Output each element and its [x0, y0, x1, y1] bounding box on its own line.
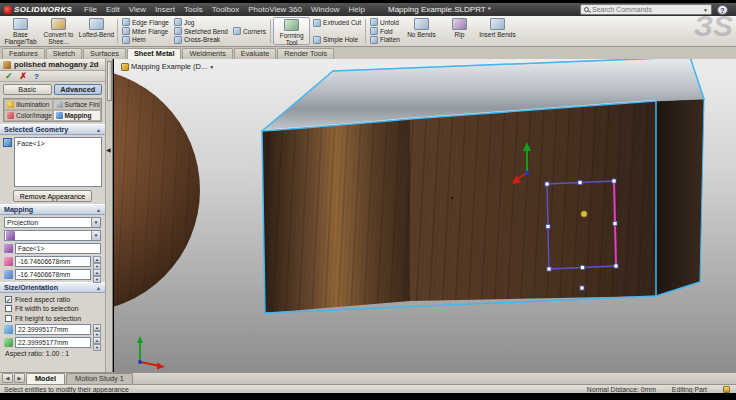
spin-down-icon[interactable]: ▼	[93, 276, 101, 283]
tab-surfaces[interactable]: Surfaces	[83, 48, 126, 59]
menu-help[interactable]: Help	[344, 5, 368, 14]
offset-x-spinner[interactable]: ▲ ▼	[93, 256, 101, 267]
mapping-reference-field[interactable]: Face<1>	[15, 243, 101, 254]
search-input[interactable]	[592, 6, 700, 13]
mapping-section-header[interactable]: Mapping ▲	[0, 204, 105, 215]
height-spinner[interactable]: ▲ ▼	[93, 337, 101, 348]
extruded-cut-button[interactable]: Extruded Cut	[311, 18, 363, 27]
fit-width-checkbox[interactable]	[5, 305, 12, 312]
ok-button[interactable]: ✓	[5, 72, 13, 81]
unfold-button[interactable]: Unfold	[368, 18, 402, 27]
fit-height-row[interactable]: Fit height to selection	[5, 315, 100, 322]
menu-toolbox[interactable]: Toolbox	[208, 5, 244, 14]
offset-y-field[interactable]: -16.74606678mm	[15, 269, 91, 280]
hem-button[interactable]: Hem	[120, 35, 171, 44]
convert-to-sheet-metal-button[interactable]: Convert to Shee...	[40, 17, 77, 45]
fixed-aspect-ratio-row[interactable]: ✓ Fixed aspect ratio	[5, 296, 100, 303]
graphics-viewport[interactable]	[114, 59, 736, 372]
tab-render-tools[interactable]: Render Tools	[277, 48, 334, 59]
tab-evaluate[interactable]: Evaluate	[234, 48, 276, 59]
sketched-bend-button[interactable]: Sketched Bend	[172, 27, 230, 36]
no-bends-button[interactable]: No Bends	[403, 17, 440, 45]
spin-up-icon[interactable]: ▲	[93, 256, 101, 263]
selected-geometry-header[interactable]: Selected Geometry ▲	[0, 124, 105, 135]
collapse-icon[interactable]: ▲	[96, 127, 101, 133]
box-right-face[interactable]	[656, 99, 704, 296]
tab-weldments[interactable]: Weldments	[182, 48, 232, 59]
base-flange-button[interactable]: Base Flange/Tab	[2, 17, 39, 45]
cancel-button[interactable]: ✗	[20, 72, 28, 81]
jog-button[interactable]: Jog	[172, 18, 230, 27]
pm-help-button[interactable]: ?	[34, 72, 39, 81]
remove-appearance-button[interactable]: Remove Appearance	[13, 190, 92, 202]
panel-flyout-handle[interactable]: ◀	[106, 146, 111, 153]
edge-flange-button[interactable]: Edge Flange	[120, 18, 171, 27]
spin-up-icon[interactable]: ▲	[93, 324, 101, 331]
selected-geometry-list[interactable]: Face<1>	[14, 137, 102, 187]
help-button[interactable]: ?	[717, 5, 728, 15]
projection-axis-combo[interactable]: ▼	[4, 230, 101, 241]
spin-down-icon[interactable]: ▼	[93, 344, 101, 351]
basic-mode-button[interactable]: Basic	[3, 84, 52, 95]
rip-button[interactable]: Rip	[441, 17, 478, 45]
lofted-bend-button[interactable]: Lofted-Bend	[78, 17, 115, 45]
menu-tools[interactable]: Tools	[180, 5, 207, 14]
tab-mapping[interactable]: Mapping	[53, 110, 102, 121]
flatten-button[interactable]: Flatten	[368, 35, 402, 44]
model-tab[interactable]: Model	[26, 373, 65, 384]
size-orientation-header[interactable]: Size/Orientation ▲	[0, 282, 105, 293]
advanced-mode-button[interactable]: Advanced	[54, 84, 103, 95]
convert-to-sheet-metal-icon	[51, 18, 66, 30]
menu-insert[interactable]: Insert	[151, 5, 179, 14]
tab-scroll-right-icon[interactable]: ▶	[14, 373, 25, 383]
fit-height-checkbox[interactable]	[5, 315, 12, 322]
menu-view[interactable]: View	[125, 5, 150, 14]
forming-tool-button[interactable]: Forming Tool	[273, 17, 310, 45]
spin-up-icon[interactable]: ▲	[93, 337, 101, 344]
collapse-icon[interactable]: ▲	[96, 207, 101, 213]
projection-type-combo[interactable]: Projection ▼	[4, 217, 101, 228]
panel-scrollbar[interactable]	[105, 59, 112, 372]
search-dropdown-icon[interactable]: ▼	[703, 7, 708, 13]
part-icon	[121, 63, 129, 71]
chevron-down-icon[interactable]: ▼	[91, 218, 100, 227]
fit-width-row[interactable]: Fit width to selection	[5, 305, 100, 312]
tab-sheet-metal[interactable]: Sheet Metal	[127, 48, 182, 59]
chevron-down-icon[interactable]: ▼	[91, 231, 100, 240]
cross-break-button[interactable]: Cross-Break	[172, 35, 230, 44]
insert-bends-button[interactable]: Insert Bends	[479, 17, 516, 45]
corners-button[interactable]: Corners	[231, 27, 268, 36]
mapping-origin-handle[interactable]	[581, 211, 587, 217]
width-spinner[interactable]: ▲ ▼	[93, 324, 101, 335]
tab-scroll-left-icon[interactable]: ◀	[2, 373, 13, 383]
feature-tree-label[interactable]: Mapping Example (D...	[131, 62, 207, 71]
menu-window[interactable]: Window	[307, 5, 343, 14]
quick-tips-icon[interactable]	[723, 386, 730, 393]
menu-file[interactable]: File	[80, 5, 101, 14]
offset-x-field[interactable]: -16.74606678mm	[15, 256, 91, 267]
search-commands-box[interactable]: ▼	[580, 4, 712, 15]
appearance-tabs: Illumination Surface Finish Color/Image …	[3, 98, 102, 122]
fixed-aspect-checkbox[interactable]: ✓	[5, 296, 12, 303]
tab-surface-finish[interactable]: Surface Finish	[53, 99, 102, 110]
collapse-icon[interactable]: ▲	[96, 285, 101, 291]
motion-study-tab[interactable]: Motion Study 1	[66, 373, 133, 384]
feature-tree-flyout[interactable]: Mapping Example (D... ▼	[121, 62, 214, 71]
miter-flange-button[interactable]: Miter Flange	[120, 27, 171, 36]
menu-photoview[interactable]: PhotoView 360	[244, 5, 306, 14]
menu-edit[interactable]: Edit	[102, 5, 124, 14]
width-field[interactable]: 22.39995177mm	[15, 324, 91, 335]
tab-color-image[interactable]: Color/Image	[4, 110, 53, 121]
tab-features[interactable]: Features	[2, 48, 45, 59]
scrollbar-thumb[interactable]	[107, 61, 112, 101]
spin-up-icon[interactable]: ▲	[93, 269, 101, 276]
simple-hole-button[interactable]: Simple Hole	[311, 35, 363, 44]
height-field[interactable]: 22.39995177mm	[15, 337, 91, 348]
tab-illumination[interactable]: Illumination	[4, 99, 53, 110]
tab-sketch[interactable]: Sketch	[46, 48, 82, 59]
model-box[interactable]	[262, 59, 704, 313]
fold-button[interactable]: Fold	[368, 27, 402, 36]
list-item[interactable]: Face<1>	[17, 139, 99, 148]
offset-y-spinner[interactable]: ▲ ▼	[93, 269, 101, 280]
tree-expand-icon[interactable]: ▼	[209, 64, 214, 70]
